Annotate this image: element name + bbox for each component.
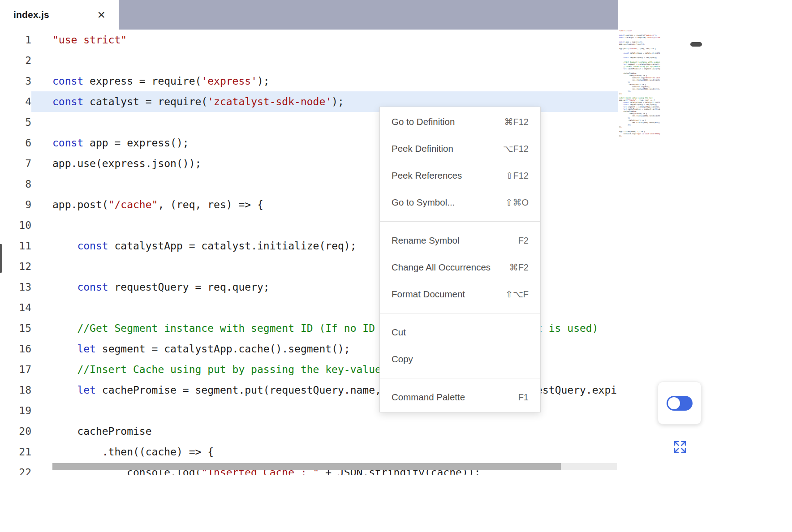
context-menu: Go to Definition⌘F12Peek Definition⌥F12P… bbox=[379, 107, 541, 412]
menu-item-cut[interactable]: Cut bbox=[380, 319, 540, 346]
horizontal-scrollbar[interactable] bbox=[52, 463, 617, 470]
tab-title: index.js bbox=[13, 9, 49, 20]
menu-separator bbox=[380, 313, 540, 313]
line-number: 3 bbox=[0, 71, 31, 91]
menu-item-peek-definition[interactable]: Peek Definition⌥F12 bbox=[380, 135, 540, 162]
line-number: 11 bbox=[0, 236, 31, 256]
toggle-card bbox=[658, 382, 702, 425]
menu-item-shortcut: ⇧⌘O bbox=[505, 197, 529, 208]
tab-indexjs[interactable]: index.js × bbox=[0, 0, 119, 30]
code-text: "use strict" bbox=[31, 30, 618, 50]
line-number: 9 bbox=[0, 194, 31, 215]
line-number: 17 bbox=[0, 359, 31, 380]
menu-item-label: Copy bbox=[392, 354, 413, 365]
line-number: 5 bbox=[0, 112, 31, 133]
code-text: }); bbox=[619, 135, 660, 137]
line-number: 22 bbox=[0, 462, 31, 475]
code-line: 21 .then((cache) => { bbox=[0, 442, 618, 462]
minimap-line: }); bbox=[619, 135, 660, 137]
menu-item-label: Go to Symbol... bbox=[392, 197, 455, 208]
menu-item-label: Peek References bbox=[392, 170, 462, 181]
menu-item-go-to-definition[interactable]: Go to Definition⌘F12 bbox=[380, 108, 540, 135]
menu-item-format-document[interactable]: Format Document⇧⌥F bbox=[380, 281, 540, 308]
menu-item-copy[interactable]: Copy bbox=[380, 346, 540, 373]
code-line: 2 bbox=[0, 50, 618, 71]
vertical-scrollbar-thumb[interactable] bbox=[690, 42, 702, 47]
line-number: 4 bbox=[0, 91, 31, 112]
menu-item-command-palette[interactable]: Command PaletteF1 bbox=[380, 384, 540, 411]
code-line: 20 cachePromise bbox=[0, 421, 618, 442]
line-number: 1 bbox=[0, 30, 31, 50]
menu-item-shortcut: ⇧⌥F bbox=[505, 289, 529, 300]
menu-item-label: Format Document bbox=[392, 289, 465, 300]
menu-item-shortcut: F2 bbox=[518, 236, 529, 246]
toggle-knob bbox=[668, 397, 680, 409]
line-number: 21 bbox=[0, 442, 31, 462]
line-number: 13 bbox=[0, 277, 31, 297]
menu-item-change-all-occurrences[interactable]: Change All Occurrences⌘F2 bbox=[380, 254, 540, 281]
code-text: .then((cache) => { bbox=[31, 442, 618, 462]
line-number: 7 bbox=[0, 153, 31, 174]
fullscreen-button[interactable] bbox=[668, 435, 692, 459]
menu-item-label: Command Palette bbox=[392, 392, 465, 403]
line-number: 2 bbox=[0, 50, 31, 71]
menu-item-label: Change All Occurrences bbox=[392, 262, 491, 273]
menu-item-label: Peek Definition bbox=[392, 143, 453, 154]
line-number: 19 bbox=[0, 400, 31, 421]
menu-item-peek-references[interactable]: Peek References⇧F12 bbox=[380, 162, 540, 189]
right-panel: "use strict"const express = require('exp… bbox=[618, 0, 792, 532]
menu-item-label: Rename Symbol bbox=[392, 235, 460, 246]
code-line: 3const express = require('express'); bbox=[0, 71, 618, 91]
line-number: 8 bbox=[0, 174, 31, 194]
code-text: cachePromise bbox=[31, 421, 618, 442]
line-number: 18 bbox=[0, 380, 31, 400]
line-number: 12 bbox=[0, 256, 31, 277]
line-number: 10 bbox=[0, 215, 31, 236]
menu-separator bbox=[380, 221, 540, 222]
menu-item-go-to-symbol[interactable]: Go to Symbol...⇧⌘O bbox=[380, 189, 540, 216]
menu-item-label: Go to Definition bbox=[392, 116, 455, 127]
line-number: 6 bbox=[0, 133, 31, 153]
menu-item-rename-symbol[interactable]: Rename SymbolF2 bbox=[380, 227, 540, 254]
line-number: 15 bbox=[0, 318, 31, 339]
menu-separator bbox=[380, 378, 540, 378]
line-number: 16 bbox=[0, 339, 31, 359]
menu-item-shortcut: ⌘F12 bbox=[504, 116, 529, 127]
minimap[interactable]: "use strict"const express = require('exp… bbox=[619, 30, 660, 137]
theme-toggle[interactable] bbox=[667, 396, 693, 411]
code-text bbox=[31, 50, 618, 71]
menu-item-shortcut: ⇧F12 bbox=[506, 170, 529, 181]
menu-item-shortcut: F1 bbox=[518, 392, 529, 403]
code-text: const express = require('express'); bbox=[31, 71, 618, 91]
line-number: 20 bbox=[0, 421, 31, 442]
left-scroll-indicator[interactable] bbox=[0, 244, 2, 273]
horizontal-scrollbar-thumb[interactable] bbox=[52, 463, 561, 470]
tab-bar: index.js × bbox=[0, 0, 618, 30]
menu-item-shortcut: ⌥F12 bbox=[503, 143, 529, 154]
menu-item-shortcut: ⌘F2 bbox=[509, 262, 529, 273]
code-line: 1"use strict" bbox=[0, 30, 618, 50]
line-number: 14 bbox=[0, 297, 31, 318]
close-icon[interactable]: × bbox=[97, 8, 105, 21]
expand-icon bbox=[673, 440, 687, 454]
menu-item-label: Cut bbox=[392, 327, 406, 338]
